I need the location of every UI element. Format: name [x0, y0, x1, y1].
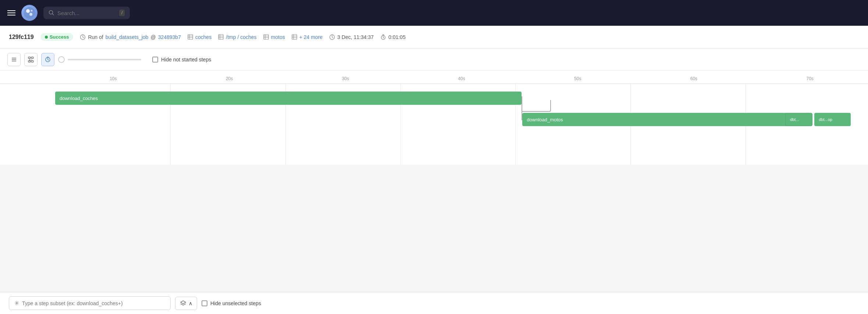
table-motos: motos: [263, 34, 285, 40]
gantt-bar-dbt1[interactable]: dbt...: [785, 113, 812, 126]
run-duration: 0:01:05: [380, 34, 406, 40]
clock-icon: [329, 34, 335, 40]
table-icon-2: [218, 34, 224, 40]
gantt-row-inner: download_coches: [55, 90, 861, 108]
timeline-view-icon: [45, 57, 51, 63]
hide-unselected-checkbox[interactable]: [202, 300, 207, 306]
timer-icon: [380, 34, 386, 40]
filter-bar: ✳ ∧ Hide unselected steps: [0, 292, 868, 314]
timeline-wrapper: 10s 20s 30s 40s 50s 60s 70s: [0, 71, 868, 314]
main-content: 129fc119 Success Run of build_datasets_j…: [0, 26, 868, 314]
connector-vertical: [522, 96, 522, 120]
hide-unselected-label-text: Hide unselected steps: [210, 300, 261, 306]
table-tmp-coches-name[interactable]: /tmp / coches: [226, 34, 256, 40]
run-bar: 129fc119 Success Run of build_datasets_j…: [0, 26, 868, 49]
layers-button[interactable]: ∧: [175, 297, 197, 310]
gantt-bar-download-motos[interactable]: download_motos: [522, 113, 787, 126]
table-coches-name[interactable]: coches: [195, 34, 211, 40]
svg-rect-30: [28, 57, 31, 58]
step-subset-input-container[interactable]: ✳: [9, 296, 171, 310]
layers-icon: [180, 300, 186, 307]
search-bar[interactable]: /: [43, 7, 130, 19]
more-tables-label: + 24 more: [299, 34, 323, 40]
svg-line-5: [53, 14, 54, 15]
hide-unselected-toggle[interactable]: Hide unselected steps: [202, 300, 261, 306]
table-icon: [188, 34, 193, 40]
run-of-meta: Run of build_datasets_job @ 324893b7: [80, 34, 181, 40]
search-shortcut: /: [119, 10, 125, 16]
gantt-bar-dbt2-label: dbt...op: [819, 117, 832, 122]
asterisk-icon: ✳: [14, 300, 19, 307]
list-view-button[interactable]: [7, 53, 21, 66]
commit-link[interactable]: 324893b7: [158, 34, 181, 40]
gantt-bar-label: download_coches: [60, 96, 98, 101]
datetime-value: 3 Dec, 11:34:37: [337, 34, 374, 40]
svg-rect-7: [188, 35, 193, 39]
ruler-50s: 50s: [520, 76, 636, 83]
svg-point-0: [24, 7, 35, 19]
gantt-chart: download_coches download_motos: [0, 84, 868, 165]
svg-point-1: [26, 9, 30, 13]
search-icon: [49, 10, 54, 16]
gantt-row-inner-2: download_motos dbt... dbt...op: [55, 111, 861, 129]
run-datetime: 3 Dec, 11:34:37: [329, 34, 374, 40]
ruler-30s: 30s: [287, 76, 403, 83]
status-badge: Success: [40, 33, 74, 41]
search-input[interactable]: [57, 10, 116, 16]
table-motos-name[interactable]: motos: [271, 34, 285, 40]
ruler-70s: 70s: [752, 76, 868, 83]
more-tables[interactable]: + 24 more: [292, 34, 323, 40]
run-id: 129fc119: [9, 34, 34, 40]
list-view-icon: [11, 57, 17, 63]
svg-point-2: [29, 13, 32, 16]
slider-handle[interactable]: [58, 56, 65, 63]
ruler-10s: 10s: [55, 76, 171, 83]
svg-rect-31: [31, 57, 33, 58]
view-toolbar: Hide not started steps: [0, 49, 868, 71]
table-icon-4: [292, 34, 297, 40]
hamburger-menu[interactable]: [7, 10, 15, 15]
hide-steps-label-text: Hide not started steps: [161, 57, 211, 63]
app-logo: [21, 5, 38, 21]
hide-steps-toggle[interactable]: Hide not started steps: [152, 57, 211, 63]
gantt-bar-download-coches[interactable]: download_coches: [55, 92, 522, 105]
gantt-row-download-motos: download_motos dbt... dbt...op: [7, 111, 861, 129]
gantt-bar-dbt2[interactable]: dbt...op: [814, 113, 851, 126]
gantt-row-download-coches: download_coches: [7, 90, 861, 108]
svg-rect-33: [31, 61, 33, 62]
job-link[interactable]: build_datasets_job: [106, 34, 149, 40]
slider-track: [68, 59, 141, 60]
ruler-20s: 20s: [171, 76, 288, 83]
timeline-ruler: 10s 20s 30s 40s 50s 60s 70s: [0, 71, 868, 84]
svg-rect-11: [218, 35, 223, 39]
gantt-bar-dbt1-label: dbt...: [790, 117, 799, 122]
step-subset-input[interactable]: [22, 300, 165, 306]
zoom-slider[interactable]: [58, 56, 141, 63]
tree-view-button[interactable]: [24, 53, 38, 66]
hide-steps-checkbox[interactable]: [152, 57, 158, 63]
tree-view-icon: [28, 57, 34, 63]
table-tmp-coches: /tmp / coches: [218, 34, 256, 40]
ruler-40s: 40s: [403, 76, 520, 83]
ruler-60s: 60s: [636, 76, 752, 83]
duration-value: 0:01:05: [388, 34, 406, 40]
gantt-bar-motos-label: download_motos: [527, 117, 563, 122]
svg-marker-39: [181, 301, 186, 304]
timeline-area: 10s 20s 30s 40s 50s 60s 70s: [0, 71, 868, 165]
history-icon: [80, 34, 86, 40]
svg-rect-15: [264, 35, 268, 39]
top-nav: /: [0, 0, 868, 26]
svg-point-3: [31, 10, 33, 12]
table-icon-3: [263, 34, 269, 40]
run-of-label: Run of: [88, 34, 103, 40]
chevron-up-label: ∧: [189, 300, 192, 306]
svg-rect-19: [292, 35, 297, 39]
table-coches: coches: [188, 34, 211, 40]
timeline-view-button[interactable]: [41, 53, 54, 66]
